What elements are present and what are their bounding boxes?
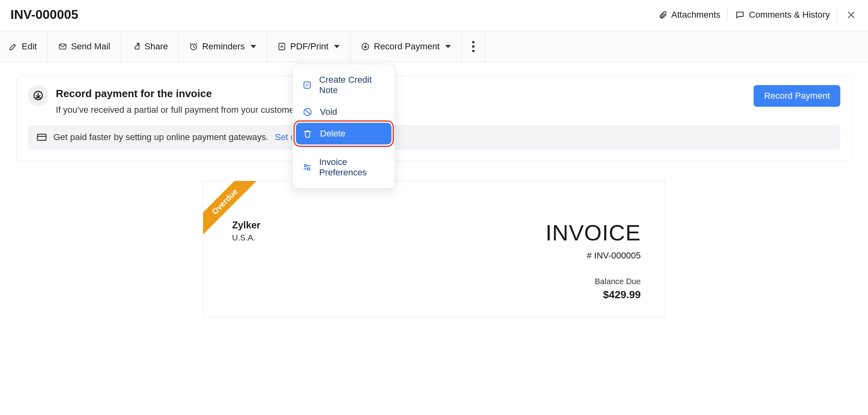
menu-invoice-preferences[interactable]: Invoice Preferences [296,151,391,183]
header-actions: Attachments Comments & History [658,8,858,22]
chevron-down-icon [334,45,340,48]
invoice-number: # INV-000005 [546,250,641,261]
edit-button[interactable]: Edit [0,31,48,62]
close-button[interactable] [845,8,858,21]
preferences-icon [302,163,312,172]
comments-history-label: Comments & History [749,10,830,20]
attachments-button[interactable]: Attachments [658,10,720,20]
record-payment-button[interactable]: Record Payment [350,31,462,62]
trash-icon [302,129,313,138]
close-icon [846,10,856,20]
more-actions-menu: Create Credit Note Void Delete Invoice P… [292,64,395,189]
toolbar: Edit Send Mail Share Reminders [0,31,868,62]
svg-rect-2 [279,43,285,50]
paperclip-icon [658,10,667,20]
svg-rect-5 [37,134,46,140]
more-actions-button[interactable] [462,31,485,62]
invoice-summary-block: INVOICE # INV-000005 Balance Due $429.99 [546,220,641,301]
menu-create-credit-note[interactable]: Create Credit Note [296,69,391,101]
balance-due-value: $429.99 [546,289,641,301]
info-strip-text: Get paid faster by setting up online pay… [53,132,269,142]
page-header: INV-000005 Attachments Comments & Histor… [0,0,868,31]
clock-icon [189,42,198,51]
content-area: Record payment for the invoice If you've… [0,62,868,331]
pdf-print-button[interactable]: PDF/Print [267,31,350,62]
company-block: Zylker U.S.A. [232,220,261,301]
pencil-icon [9,42,18,51]
share-label: Share [145,41,168,52]
comments-history-button[interactable]: Comments & History [735,10,830,20]
company-location: U.S.A. [232,233,261,242]
menu-void-label: Void [320,107,337,117]
menu-invoice-preferences-label: Invoice Preferences [319,157,385,178]
divider [727,8,728,22]
menu-delete-label: Delete [320,128,346,139]
record-payment-icon [28,85,49,106]
credit-note-icon [302,80,312,90]
record-payment-label: Record Payment [374,41,440,52]
menu-separator [297,148,390,148]
page-title: INV-000005 [10,7,78,22]
record-payment-callout: Record payment for the invoice If you've… [16,76,852,161]
comment-icon [735,10,745,20]
reminders-label: Reminders [202,41,245,52]
menu-create-credit-note-label: Create Credit Note [319,75,385,96]
menu-delete[interactable]: Delete [296,123,391,144]
share-icon [132,42,141,51]
attachments-label: Attachments [671,10,720,20]
send-mail-button[interactable]: Send Mail [48,31,121,62]
invoice-heading: INVOICE [546,220,641,246]
menu-void[interactable]: Void [296,101,391,123]
divider [837,8,837,22]
svg-point-8 [304,165,307,167]
mail-icon [58,42,67,51]
company-name: Zylker [232,220,261,231]
share-button[interactable]: Share [121,31,179,62]
edit-label: Edit [22,41,37,52]
send-mail-label: Send Mail [71,41,110,52]
svg-point-9 [308,168,310,170]
record-payment-primary-button[interactable]: Record Payment [754,85,840,107]
card-icon [37,133,47,141]
pdf-icon [277,42,286,51]
balance-due-label: Balance Due [546,277,641,286]
invoice-preview: Overdue Zylker U.S.A. INVOICE # INV-0000… [203,181,665,317]
payment-gateway-info: Get paid faster by setting up online pay… [28,125,840,150]
void-icon [302,107,313,117]
download-circle-icon [361,42,370,51]
chevron-down-icon [251,45,256,48]
reminders-button[interactable]: Reminders [179,31,267,62]
chevron-down-icon [445,45,451,48]
invoice-preview-wrap: Overdue Zylker U.S.A. INVOICE # INV-0000… [16,181,852,317]
pdf-print-label: PDF/Print [290,41,328,52]
